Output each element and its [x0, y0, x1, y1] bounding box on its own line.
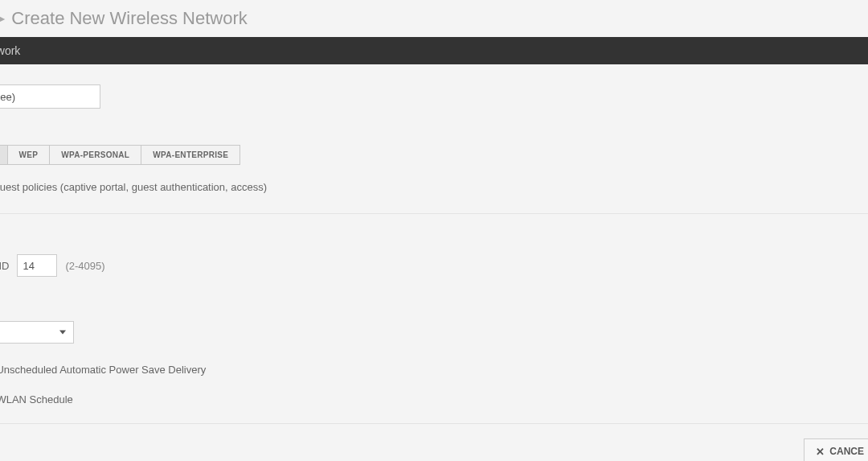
wlan-schedule-option-label: nable WLAN Schedule [0, 393, 868, 405]
ssid-input[interactable] [0, 84, 100, 109]
vlan-range-hint: (2-4095) [65, 260, 104, 272]
vlan-label: e VLAN ID [0, 260, 9, 272]
security-tab-wpa-personal[interactable]: WPA-PERSONAL [49, 145, 141, 165]
vlan-id-input[interactable] [17, 254, 57, 277]
divider [0, 213, 868, 214]
cancel-button[interactable]: ✕ CANCE [804, 438, 868, 461]
guest-policy-label: pply guest policies (captive portal, gue… [0, 181, 267, 193]
chevron-right-icon: ▶ [0, 13, 5, 24]
user-group-dropdown[interactable]: ult [0, 321, 74, 344]
uapsd-option-label: nable Unscheduled Automatic Power Save D… [0, 364, 868, 376]
breadcrumb: rks ▶ Create New Wireless Network [0, 0, 868, 37]
ssid-field-row [0, 84, 868, 109]
user-group-select[interactable]: ult [0, 321, 74, 344]
close-icon: ✕ [816, 447, 825, 457]
cancel-button-label: CANCE [829, 446, 864, 457]
security-tab-wpa-enterprise[interactable]: WPA-ENTERPRISE [141, 145, 240, 165]
guest-policy-row: pply guest policies (captive portal, gue… [0, 181, 868, 193]
vlan-row: e VLAN ID (2-4095) [0, 254, 868, 277]
security-tab-wep[interactable]: WEP [7, 145, 51, 165]
footer-divider [0, 423, 868, 424]
security-tabs: EN WEP WPA-PERSONAL WPA-ENTERPRISE [0, 145, 240, 165]
breadcrumb-current: Create New Wireless Network [11, 8, 247, 29]
footer-buttons: ✕ CANCE [0, 438, 868, 461]
section-header: Network [0, 37, 868, 64]
